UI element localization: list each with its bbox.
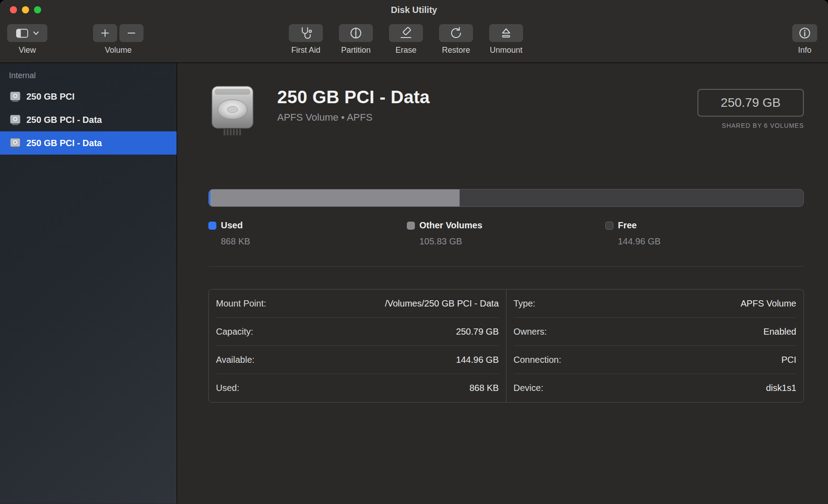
sidebar-item-250-gb-pci-data-1[interactable]: 250 GB PCI - Data xyxy=(0,108,177,131)
first-aid-label: First Aid xyxy=(291,46,320,55)
usage-legend: Used 868 KB Other Volumes 105.83 GB Free xyxy=(208,220,804,247)
info-icon xyxy=(798,26,812,40)
window-controls xyxy=(10,0,41,20)
stethoscope-icon xyxy=(299,26,313,40)
window-body: Internal 250 GB PCI xyxy=(0,63,828,504)
sidebar-item-label: 250 GB PCI xyxy=(26,92,75,102)
minimize-icon[interactable] xyxy=(22,6,29,13)
legend-value: 144.96 GB xyxy=(618,236,804,247)
detail-row-mount-point: Mount Point: /Volumes/250 GB PCI - Data xyxy=(216,290,499,318)
info-label: Info xyxy=(798,46,811,55)
legend-label: Other Volumes xyxy=(419,220,482,231)
titlebar: Disk Utility xyxy=(0,0,828,20)
segment-free xyxy=(460,189,803,206)
view-button[interactable] xyxy=(7,24,47,42)
detail-row-device: Device: disk1s1 xyxy=(514,374,797,402)
volume-header: 250 GB PCI - Data APFS Volume • APFS 250… xyxy=(208,85,804,138)
detail-row-type: Type: APFS Volume xyxy=(514,290,797,318)
partition-button[interactable] xyxy=(339,24,373,42)
detail-value: 868 KB xyxy=(469,383,499,393)
window-title: Disk Utility xyxy=(391,5,437,15)
minus-icon xyxy=(127,29,136,38)
disk-icon xyxy=(9,137,21,149)
disk-utility-window: Disk Utility V xyxy=(0,0,828,504)
first-aid-cluster: First Aid xyxy=(289,20,323,63)
view-cluster: View xyxy=(7,24,47,55)
plus-icon xyxy=(101,29,110,38)
first-aid-button[interactable] xyxy=(289,24,323,42)
eject-icon xyxy=(499,26,513,40)
details-right-column: Type: APFS Volume Owners: Enabled Connec… xyxy=(506,290,804,402)
disk-icon xyxy=(9,90,21,103)
close-icon[interactable] xyxy=(10,6,17,13)
sidebar-item-250-gb-pci[interactable]: 250 GB PCI xyxy=(0,85,177,108)
erase-label: Erase xyxy=(395,46,416,55)
capacity-block: 250.79 GB SHARED BY 6 VOLUMES xyxy=(697,89,804,129)
main-content: 250 GB PCI - Data APFS Volume • APFS 250… xyxy=(177,63,828,504)
sidebar-item-label: 250 GB PCI - Data xyxy=(26,115,102,125)
detail-row-capacity: Capacity: 250.79 GB xyxy=(216,318,499,346)
unmount-label: Unmount xyxy=(490,46,522,55)
legend-other-volumes: Other Volumes 105.83 GB xyxy=(407,220,605,247)
storage-usage-bar xyxy=(208,189,804,207)
section-divider xyxy=(208,266,804,267)
restore-arrow-icon xyxy=(449,26,463,40)
sidebar-section-internal: Internal xyxy=(9,71,177,80)
other-volumes-swatch xyxy=(407,222,415,230)
volume-title-block: 250 GB PCI - Data APFS Volume • APFS xyxy=(277,87,430,123)
restore-cluster: Restore xyxy=(439,20,473,63)
volume-cluster: Volume xyxy=(93,24,144,55)
detail-value: PCI xyxy=(782,355,796,365)
view-label: View xyxy=(19,46,36,55)
detail-label: Owners: xyxy=(514,327,547,337)
detail-label: Connection: xyxy=(514,355,562,365)
legend-label: Free xyxy=(618,220,637,231)
partition-cluster: Partition xyxy=(339,20,373,63)
toolbar-actions: First Aid Partition xyxy=(289,20,523,63)
info-button[interactable] xyxy=(792,24,817,42)
detail-label: Type: xyxy=(514,298,536,309)
detail-row-connection: Connection: PCI xyxy=(514,346,797,374)
detail-row-owners: Owners: Enabled xyxy=(514,318,797,346)
restore-label: Restore xyxy=(442,46,470,55)
erase-button[interactable] xyxy=(389,24,423,42)
erase-cluster: Erase xyxy=(389,20,423,63)
used-swatch xyxy=(208,222,216,230)
window-chrome: Disk Utility V xyxy=(0,0,828,63)
disk-icon xyxy=(9,113,21,126)
add-volume-button[interactable] xyxy=(93,24,117,42)
detail-label: Capacity: xyxy=(216,327,253,337)
volume-title: 250 GB PCI - Data xyxy=(277,87,430,107)
eraser-icon xyxy=(399,26,413,40)
detail-value: APFS Volume xyxy=(740,298,796,309)
unmount-button[interactable] xyxy=(489,24,523,42)
volume-label: Volume xyxy=(105,46,131,55)
detail-row-available: Available: 144.96 GB xyxy=(216,346,499,374)
partition-label: Partition xyxy=(341,46,371,55)
restore-button[interactable] xyxy=(439,24,473,42)
free-swatch xyxy=(605,222,613,230)
pie-chart-icon xyxy=(349,26,363,40)
remove-volume-button[interactable] xyxy=(119,24,144,42)
info-cluster: Info xyxy=(792,24,817,55)
shared-volumes-note: SHARED BY 6 VOLUMES xyxy=(722,122,804,129)
total-capacity-badge: 250.79 GB xyxy=(697,89,804,117)
sidebar-item-250-gb-pci-data-2[interactable]: 250 GB PCI - Data xyxy=(0,131,177,155)
details-left-column: Mount Point: /Volumes/250 GB PCI - Data … xyxy=(209,290,506,402)
details-table: Mount Point: /Volumes/250 GB PCI - Data … xyxy=(208,289,804,403)
unmount-cluster: Unmount xyxy=(489,20,523,63)
sidebar-panel-icon xyxy=(16,29,28,38)
detail-row-used: Used: 868 KB xyxy=(216,374,499,402)
volume-subtitle: APFS Volume • APFS xyxy=(277,112,430,123)
detail-value: disk1s1 xyxy=(766,383,796,393)
zoom-icon[interactable] xyxy=(34,6,41,13)
legend-used: Used 868 KB xyxy=(208,220,407,247)
sidebar: Internal 250 GB PCI xyxy=(0,63,177,504)
legend-label: Used xyxy=(221,220,243,231)
detail-label: Mount Point: xyxy=(216,298,266,309)
detail-label: Device: xyxy=(514,383,544,393)
detail-value: Enabled xyxy=(764,327,796,337)
detail-label: Used: xyxy=(216,383,239,393)
legend-value: 868 KB xyxy=(221,236,407,247)
detail-label: Available: xyxy=(216,355,254,365)
